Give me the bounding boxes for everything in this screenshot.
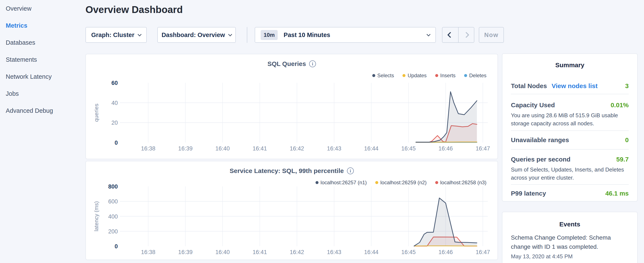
summary-panel: Summary Total Nodes View nodes list 3 Ca… (502, 53, 638, 201)
legend-item[interactable]: Deletes (464, 73, 486, 79)
svg-text:latency (ms): latency (ms) (93, 201, 100, 231)
svg-text:16:39: 16:39 (178, 145, 193, 152)
svg-text:16:43: 16:43 (327, 249, 342, 255)
sql-queries-chart-card: SQL Queries i SelectsUpdatesInsertsDelet… (86, 54, 498, 159)
summary-row-value: 59.7 (616, 156, 629, 163)
chart-header: Service Latency: SQL, 99th percentile i (86, 167, 498, 174)
toolbar-divider (247, 27, 247, 43)
sql-queries-chart[interactable]: 16:3816:3916:4016:4116:4216:4316:4416:45… (86, 80, 498, 153)
service-latency-chart[interactable]: 16:3816:3916:4016:4116:4216:4316:4416:45… (86, 183, 498, 257)
svg-text:queries: queries (93, 104, 100, 122)
sidebar-item-network-latency[interactable]: Network Latency (0, 68, 86, 85)
dashboard-dropdown-label: Dashboard: Overview (162, 32, 225, 39)
svg-text:16:46: 16:46 (438, 145, 453, 152)
summary-title: Summary (502, 62, 637, 69)
svg-text:16:46: 16:46 (438, 249, 453, 255)
svg-text:16:44: 16:44 (364, 145, 379, 152)
time-range-label: Past 10 Minutes (284, 32, 330, 39)
now-button[interactable]: Now (479, 27, 504, 43)
legend-item[interactable]: Selects (372, 73, 394, 79)
overview-dashboard-page: Overview Metrics Databases Statements Ne… (0, 0, 644, 263)
summary-body: Total Nodes View nodes list 3 Capacity U… (502, 69, 637, 203)
page-title: Overview Dashboard (86, 4, 183, 15)
svg-text:16:40: 16:40 (216, 249, 230, 255)
summary-row-capacity-used: Capacity Used 0.01% You are using 28.6 M… (511, 94, 629, 131)
info-icon[interactable]: i (309, 60, 316, 67)
time-step-buttons (442, 27, 474, 43)
svg-text:16:39: 16:39 (178, 249, 193, 255)
legend-dot-icon (464, 74, 467, 77)
svg-text:16:44: 16:44 (364, 249, 379, 255)
chart-legend: SelectsUpdatesInsertsDeletes (372, 73, 487, 79)
svg-text:16:47: 16:47 (476, 249, 490, 255)
chevron-left-icon (447, 32, 453, 38)
info-icon[interactable]: i (347, 167, 354, 174)
summary-row-label: Total Nodes (511, 82, 547, 90)
summary-row-value: 0.01% (610, 102, 629, 109)
graph-dropdown[interactable]: Graph: Cluster (86, 27, 147, 43)
chart-title: SQL Queries (268, 60, 306, 68)
svg-text:16:41: 16:41 (252, 145, 267, 152)
svg-text:600: 600 (108, 198, 118, 205)
sidebar-item-advanced-debug[interactable]: Advanced Debug (0, 102, 86, 119)
svg-text:40: 40 (112, 100, 118, 106)
graph-dropdown-label: Graph: Cluster (91, 32, 134, 39)
view-nodes-list-link[interactable]: View nodes list (552, 82, 598, 90)
svg-text:16:47: 16:47 (476, 145, 490, 152)
svg-text:16:42: 16:42 (290, 145, 304, 152)
summary-row-subtext: Sum of Selects, Updates, Inserts, and De… (511, 166, 629, 182)
event-text: Schema Change Completed: Schema change w… (511, 233, 629, 251)
svg-text:16:41: 16:41 (252, 249, 267, 255)
events-title: Events (502, 221, 637, 228)
event-list-item: Schema Change Completed: Schema change w… (502, 228, 637, 260)
legend-item[interactable]: Inserts (435, 73, 456, 79)
chevron-right-icon (463, 32, 469, 38)
svg-text:16:38: 16:38 (141, 249, 156, 255)
chevron-down-icon (228, 32, 232, 36)
chart-header: SQL Queries i (86, 60, 498, 68)
summary-row-label: Unavailable ranges (511, 136, 569, 144)
legend-dot-icon (435, 74, 438, 77)
summary-row-subtext: You are using 28.6 MiB of 515.9 GiB usab… (511, 111, 629, 127)
summary-row-label: P99 latency (511, 190, 546, 197)
svg-text:16:40: 16:40 (216, 145, 230, 152)
svg-text:16:42: 16:42 (290, 249, 304, 255)
time-range-dropdown[interactable]: 10m Past 10 Minutes (255, 27, 436, 43)
sidebar-item-jobs[interactable]: Jobs (0, 85, 86, 102)
summary-row-unavailable-ranges: Unavailable ranges 0 (511, 131, 629, 150)
toolbar: Graph: Cluster Dashboard: Overview 10m P… (86, 27, 504, 43)
chevron-down-icon (426, 32, 430, 36)
svg-text:16:38: 16:38 (141, 145, 156, 152)
summary-row-label: Capacity Used (511, 102, 555, 109)
sidebar-item-overview[interactable]: Overview (0, 0, 86, 17)
svg-text:20: 20 (112, 120, 118, 126)
svg-text:200: 200 (108, 228, 118, 235)
svg-text:800: 800 (108, 183, 118, 190)
svg-text:16:45: 16:45 (401, 145, 416, 152)
svg-text:0: 0 (114, 140, 118, 146)
svg-text:0: 0 (114, 243, 118, 249)
legend-dot-icon (372, 74, 375, 77)
svg-text:16:43: 16:43 (327, 145, 342, 152)
summary-row-value: 46.1 ms (605, 190, 629, 197)
summary-row-label: Queries per second (511, 156, 570, 163)
time-range-badge: 10m (261, 30, 278, 40)
dashboard-dropdown[interactable]: Dashboard: Overview (157, 27, 236, 43)
time-prev-button[interactable] (442, 28, 458, 42)
summary-row-value: 0 (625, 136, 629, 144)
chart-title: Service Latency: SQL, 99th percentile (230, 167, 344, 174)
svg-text:60: 60 (112, 80, 118, 86)
summary-row-queries-per-second: Queries per second 59.7 Sum of Selects, … (511, 150, 629, 185)
legend-item[interactable]: Updates (402, 73, 426, 79)
event-timestamp: May 13, 2020 at 4:45 PM (511, 253, 629, 260)
legend-dot-icon (402, 74, 406, 77)
sidebar-item-metrics[interactable]: Metrics (0, 17, 86, 34)
events-panel: Events Schema Change Completed: Schema c… (502, 212, 638, 263)
summary-row-p99-latency: P99 latency 46.1 ms (511, 185, 629, 203)
svg-text:16:45: 16:45 (401, 249, 416, 255)
summary-row-total-nodes: Total Nodes View nodes list 3 (511, 69, 629, 94)
time-next-button[interactable] (458, 28, 474, 42)
sidebar: Overview Metrics Databases Statements Ne… (0, 0, 86, 263)
sidebar-item-statements[interactable]: Statements (0, 51, 86, 68)
sidebar-item-databases[interactable]: Databases (0, 34, 86, 51)
